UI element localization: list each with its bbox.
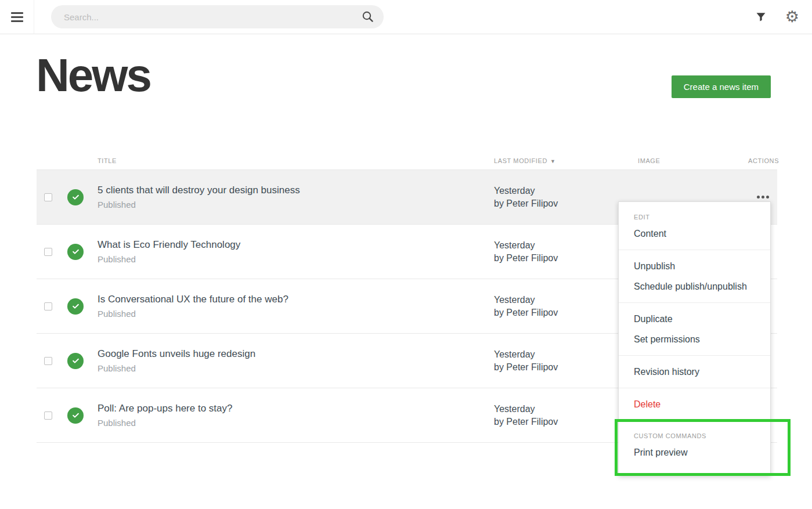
news-item-status: Published (98, 418, 494, 428)
news-item-status: Published (98, 363, 494, 373)
column-header-image: IMAGE (638, 157, 748, 164)
menu-section-header-custom-commands: CUSTOM COMMANDS (619, 427, 770, 442)
news-item-title[interactable]: Poll: Are pop-ups here to stay? (98, 403, 494, 414)
published-status-icon (67, 189, 84, 205)
column-header-last-modified[interactable]: LAST MODIFIED▼ (494, 157, 638, 164)
row-checkbox[interactable] (44, 302, 52, 311)
published-status-icon (67, 353, 84, 369)
news-item-status: Published (98, 254, 494, 264)
page-title: News (36, 50, 150, 101)
menu-item-set-permissions[interactable]: Set permissions (619, 329, 770, 349)
filter-icon[interactable] (755, 11, 767, 23)
published-status-icon (67, 244, 84, 260)
modified-by: by Peter Filipov (494, 252, 638, 265)
news-item-title[interactable]: 5 clients that will destroy your design … (98, 185, 494, 196)
modified-date: Yesterday (494, 185, 638, 197)
hamburger-menu-button[interactable] (0, 0, 34, 34)
modified-date: Yesterday (494, 403, 638, 416)
topbar: ⚙ (0, 0, 812, 34)
news-item-status: Published (98, 309, 494, 319)
settings-gear-icon[interactable]: ⚙ (785, 9, 799, 25)
menu-item-unpublish[interactable]: Unpublish (619, 256, 770, 276)
news-item-title[interactable]: What is Eco Friendly Technology (98, 239, 494, 251)
modified-date: Yesterday (494, 348, 638, 361)
modified-by: by Peter Filipov (494, 361, 638, 374)
row-actions-button[interactable] (748, 196, 777, 198)
menu-section-history: Revision history (619, 355, 770, 388)
modified-by: by Peter Filipov (494, 197, 638, 210)
modified-date: Yesterday (494, 294, 638, 306)
row-actions-context-menu: EDIT Content Unpublish Schedule publish/… (618, 201, 771, 476)
menu-item-delete[interactable]: Delete (619, 394, 770, 414)
column-header-actions: ACTIONS (748, 157, 777, 164)
row-checkbox[interactable] (44, 193, 52, 201)
search-bar (51, 5, 384, 28)
menu-section-custom-commands: CUSTOM COMMANDS Print preview (619, 420, 770, 475)
create-news-item-button[interactable]: Create a news item (672, 75, 771, 98)
menu-item-duplicate[interactable]: Duplicate (619, 309, 770, 329)
menu-section-publish: Unpublish Schedule publish/unpublish (619, 250, 770, 302)
menu-item-content[interactable]: Content (619, 223, 770, 244)
row-checkbox[interactable] (44, 248, 52, 256)
menu-section-edit: EDIT Content (619, 202, 770, 250)
table-header-row: TITLE LAST MODIFIED▼ IMAGE ACTIONS (37, 151, 777, 169)
modified-date: Yesterday (494, 239, 638, 252)
menu-item-print-preview[interactable]: Print preview (619, 442, 770, 463)
menu-section-delete: Delete (619, 388, 770, 420)
menu-item-schedule-publish-unpublish[interactable]: Schedule publish/unpublish (619, 276, 770, 297)
row-checkbox[interactable] (44, 357, 52, 365)
topbar-actions: ⚙ (755, 9, 812, 25)
modified-by: by Peter Filipov (494, 416, 638, 428)
published-status-icon (67, 298, 84, 315)
news-item-title[interactable]: Is Conversational UX the future of the w… (98, 294, 494, 305)
menu-section-manage: Duplicate Set permissions (619, 302, 770, 355)
column-header-title[interactable]: TITLE (98, 157, 494, 164)
menu-item-revision-history[interactable]: Revision history (619, 362, 770, 382)
row-checkbox[interactable] (44, 411, 52, 420)
published-status-icon (67, 407, 84, 424)
column-header-last-modified-label: LAST MODIFIED (494, 157, 547, 164)
search-input[interactable] (51, 12, 384, 22)
search-icon[interactable] (362, 10, 374, 26)
news-item-status: Published (98, 200, 494, 210)
modified-by: by Peter Filipov (494, 306, 638, 319)
news-item-title[interactable]: Google Fonts unveils huge redesign (98, 348, 494, 360)
sort-desc-icon[interactable]: ▼ (550, 158, 556, 164)
menu-section-header-edit: EDIT (619, 208, 770, 223)
